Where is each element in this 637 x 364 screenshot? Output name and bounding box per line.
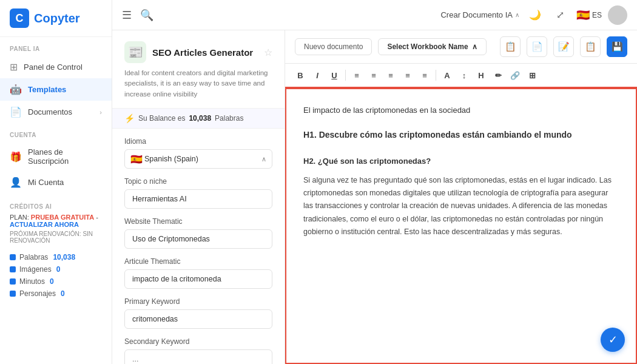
share-button[interactable]: 📋 — [580, 36, 601, 57]
save-button[interactable]: 💾 — [607, 36, 627, 57]
topic-section: Topic o niche — [112, 169, 285, 209]
align-left-button[interactable]: ≡ — [349, 67, 365, 83]
article-label: Articule Thematic — [124, 257, 272, 266]
form-panel: 📰 SEO Articles Generator ☆ Ideal for con… — [112, 30, 285, 364]
plan-type: PRUEBA GRATUITA — [31, 214, 94, 221]
plan-label: PLAN: — [10, 214, 29, 221]
fab-check-button[interactable]: ✓ — [601, 328, 625, 352]
topic-label: Topic o niche — [124, 177, 272, 186]
website-label: Website Thematic — [124, 217, 272, 226]
workbook-select-button[interactable]: Select Workbook Name ∧ — [378, 38, 486, 55]
plan-text: PLAN: PRUEBA GRATUITA - ACTUALIZAR AHORA — [10, 214, 102, 228]
plan-action-link[interactable]: ACTUALIZAR AHORA — [10, 221, 79, 228]
sidebar-item-templates[interactable]: 🤖 Templates — [0, 78, 112, 101]
content-h1: H1. Descubre cómo las criptomonedas está… — [303, 128, 619, 143]
main-area: ☰ 🔍 Crear Documento IA ∧ 🌙 ⤢ 🇪🇸 ES 📰 — [112, 0, 637, 364]
gift-icon: 🎁 — [10, 151, 22, 163]
idioma-select-wrapper: 🇪🇸 Spanish (Spain) English (US) French (… — [124, 149, 272, 169]
table-button[interactable]: ⊞ — [524, 67, 540, 83]
italic-button[interactable]: I — [309, 67, 325, 83]
balance-prefix: Su Balance es — [138, 114, 185, 123]
logo-icon: C — [10, 8, 29, 28]
plan-sep: - — [96, 214, 98, 221]
credit-dot — [10, 278, 16, 285]
align-center-button[interactable]: ≡ — [366, 67, 382, 83]
avatar[interactable] — [608, 5, 627, 25]
lightning-icon: ⚡ — [124, 113, 135, 123]
expand-icon[interactable]: ⤢ — [551, 5, 570, 25]
heading-button[interactable]: H — [473, 67, 489, 83]
sidebar-item-mi-cuenta[interactable]: 👤 Mi Cuenta — [0, 171, 112, 194]
secondary-label: Secondary Keyword — [124, 337, 272, 346]
panel-ia-label: PANEL IA — [0, 37, 112, 56]
balance-suffix: Palabras — [215, 114, 243, 123]
menu-icon[interactable]: ☰ — [122, 8, 132, 22]
link-button[interactable]: 🔗 — [507, 67, 523, 83]
copy-button[interactable]: 📋 — [500, 36, 521, 57]
article-input[interactable] — [124, 269, 272, 289]
editor-wrapper: B I U ≡ ≡ ≡ ≡ ≡ A ↕ H ✏ 🔗 ⊞ — [285, 64, 637, 364]
topbar-right: Crear Documento IA ∧ 🌙 ⤢ 🇪🇸 ES — [440, 5, 627, 25]
primary-keyword-input[interactable] — [124, 309, 272, 329]
align-right-button[interactable]: ≡ — [383, 67, 399, 83]
sidebar-item-label: Documentos — [28, 107, 72, 116]
justify-button[interactable]: ≡ — [400, 67, 416, 83]
editor-toolbar: B I U ≡ ≡ ≡ ≡ ≡ A ↕ H ✏ 🔗 ⊞ — [285, 64, 637, 88]
credit-label: Personajes — [19, 289, 56, 298]
sidebar: C Copyter PANEL IA ⊞ Panel de Control 🤖 … — [0, 0, 112, 364]
doc-name-button[interactable]: Nuevo documento — [295, 38, 372, 55]
logo-text: Copyter — [34, 12, 80, 25]
workbook-name: Select Workbook Name — [387, 42, 468, 51]
search-icon[interactable]: 🔍 — [140, 8, 153, 22]
website-input[interactable] — [124, 229, 272, 249]
chevron-right-icon: › — [99, 109, 102, 116]
content-body: Si alguna vez te has preguntado qué son … — [303, 174, 619, 238]
crear-chevron-icon: ∧ — [515, 12, 519, 18]
content-h2: H2. ¿Qué son las criptomonedas? — [303, 155, 619, 168]
credit-row-personajes: Personajes 0 — [0, 288, 112, 300]
sidebar-item-label: Panel de Control — [24, 62, 83, 72]
idioma-section: Idioma 🇪🇸 Spanish (Spain) English (US) F… — [112, 129, 285, 169]
idioma-select[interactable]: Spanish (Spain) English (US) French (Fra… — [124, 149, 272, 169]
secondary-keyword-input[interactable] — [124, 349, 272, 364]
sidebar-item-label: Planes de Suscripción — [28, 147, 102, 166]
language-flag[interactable]: 🇪🇸 ES — [576, 8, 602, 22]
credit-label: Imágenes — [19, 265, 52, 274]
credit-value: 0 — [50, 277, 54, 286]
topbar-left: ☰ 🔍 — [122, 8, 153, 22]
topbar: ☰ 🔍 Crear Documento IA ∧ 🌙 ⤢ 🇪🇸 ES — [112, 0, 637, 30]
form-description: Ideal for content creators and digital m… — [124, 68, 272, 99]
list-button[interactable]: ≡ — [417, 67, 433, 83]
editor-content-area[interactable]: El impacto de las criptomonedas en la so… — [285, 88, 637, 364]
doc-icon: 📄 — [10, 106, 22, 118]
underline-button[interactable]: U — [326, 67, 342, 83]
font-size-button[interactable]: ↕ — [456, 67, 472, 83]
crear-documento-button[interactable]: Crear Documento IA ∧ — [440, 10, 519, 19]
topic-input[interactable] — [124, 189, 272, 209]
download-button[interactable]: 📄 — [527, 36, 547, 57]
pen-button[interactable]: ✏ — [490, 67, 506, 83]
creditos-label: CRÉDITOS AI — [10, 203, 102, 214]
grid-icon: ⊞ — [10, 61, 18, 73]
editor-topbar: Nuevo documento Select Workbook Name ∧ 📋… — [285, 30, 637, 64]
workbook-chevron-icon: ∧ — [472, 42, 477, 51]
ai-icon: 🤖 — [10, 84, 22, 95]
primary-section: Primary Keyword — [112, 289, 285, 329]
credit-value: 10,038 — [53, 253, 75, 261]
website-section: Website Thematic — [112, 209, 285, 249]
credit-dot — [10, 291, 16, 297]
sidebar-item-panel-control[interactable]: ⊞ Panel de Control — [0, 56, 112, 78]
sidebar-item-documentos[interactable]: 📄 Documentos › — [0, 101, 112, 123]
sidebar-item-planes[interactable]: 🎁 Planes de Suscripción — [0, 142, 112, 171]
font-color-button[interactable]: A — [439, 67, 455, 83]
star-icon[interactable]: ☆ — [264, 47, 272, 58]
credit-row-minutos: Minutos 0 — [0, 275, 112, 288]
moon-icon[interactable]: 🌙 — [525, 5, 545, 25]
credit-value: 0 — [56, 265, 61, 274]
edit-button[interactable]: 📝 — [553, 36, 574, 57]
lang-code: ES — [592, 11, 602, 19]
cuenta-label: CUENTA — [0, 123, 112, 142]
secondary-section: Secondary Keyword — [112, 329, 285, 364]
credit-row-palabras: Palabras 10,038 — [0, 251, 112, 263]
bold-button[interactable]: B — [292, 67, 308, 83]
